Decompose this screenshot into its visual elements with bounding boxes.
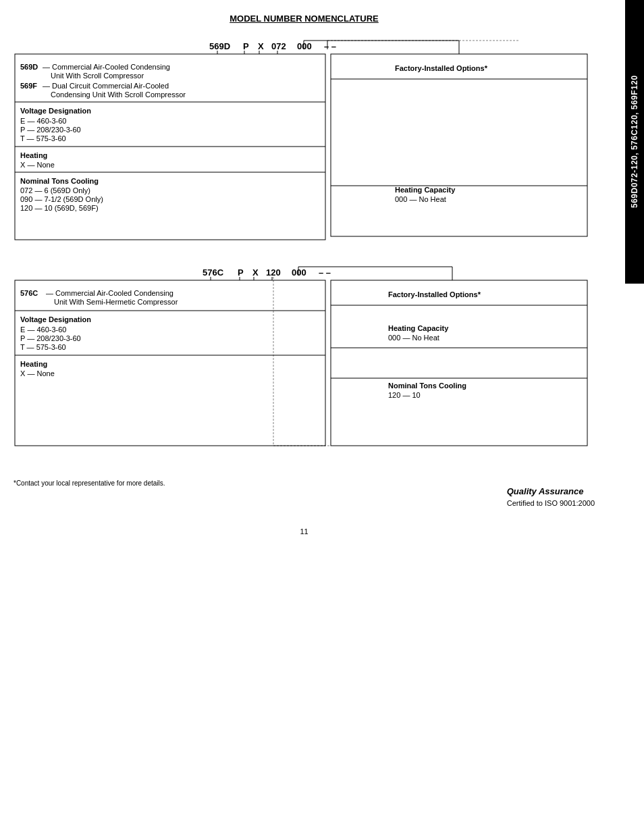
quality-title: Quality Assurance bbox=[507, 486, 595, 496]
desc-576c: — Commercial Air-Cooled Condensing bbox=[46, 289, 173, 297]
code-p2: P bbox=[238, 267, 244, 278]
code-x2: X bbox=[252, 267, 259, 278]
label-voltage-1: Voltage Designation bbox=[20, 107, 91, 115]
label-factory-2: Factory-Installed Options* bbox=[388, 290, 481, 298]
volt-p1: P — 208/230-3-60 bbox=[20, 126, 81, 134]
code-120: 120 bbox=[266, 267, 281, 278]
volt-e1: E — 460-3-60 bbox=[20, 117, 66, 125]
page-title: MODEL NUMBER NOMENCLATURE bbox=[14, 14, 595, 24]
desc-569d: — Commercial Air-Cooled Condensing bbox=[43, 63, 170, 71]
code-x1: X bbox=[258, 41, 264, 51]
heat-x2: X — None bbox=[20, 369, 55, 377]
volt-t1: T — 575-3-60 bbox=[20, 134, 66, 142]
label-576c: 576C bbox=[20, 289, 38, 297]
side-tab: 569D072-120, 576C120, 569F120 bbox=[625, 0, 644, 284]
label-heating-1: Heating bbox=[20, 151, 47, 159]
desc-576c-2: Unit With Semi-Hermetic Compressor bbox=[54, 298, 178, 306]
volt-p2: P — 208/230-3-60 bbox=[20, 334, 81, 342]
label-factory-1: Factory-Installed Options* bbox=[395, 64, 488, 72]
label-569f: 569F bbox=[20, 82, 37, 90]
code-569d: 569D bbox=[209, 41, 230, 51]
tons-072: 072 — 6 (569D Only) bbox=[20, 186, 90, 194]
diagram-2: 576C P X 120 000 – – 576C — Commercial A… bbox=[14, 263, 594, 466]
page-number: 11 bbox=[14, 527, 595, 536]
desc-569f-2: Condensing Unit With Scroll Compressor bbox=[51, 90, 186, 99]
svg-rect-8 bbox=[331, 54, 587, 236]
code-576c: 576C bbox=[203, 267, 224, 278]
label-heat-cap-2: Heating Capacity bbox=[388, 324, 449, 332]
heat-cap-val-2: 000 — No Heat bbox=[388, 334, 439, 342]
label-voltage-2: Voltage Designation bbox=[20, 315, 91, 323]
code-dash1: – – bbox=[324, 41, 336, 51]
label-tons-2: Nominal Tons Cooling bbox=[388, 382, 466, 390]
tons-090: 090 — 7-1/2 (569D Only) bbox=[20, 195, 103, 203]
label-heat-cap-1: Heating Capacity bbox=[395, 186, 456, 194]
volt-e2: E — 460-3-60 bbox=[20, 325, 66, 334]
quality-text: Certified to ISO 9001:2000 bbox=[507, 499, 595, 507]
tons-120-2: 120 — 10 bbox=[388, 391, 421, 399]
footnote: *Contact your local representative for m… bbox=[14, 479, 165, 487]
volt-t2: T — 575-3-60 bbox=[20, 343, 66, 351]
code-p1: P bbox=[243, 41, 249, 51]
code-dash2: – – bbox=[319, 267, 331, 278]
diagram-1: 569D P X 072 000 – – 569D — Commercial A… bbox=[14, 37, 594, 246]
heat-x1: X — None bbox=[20, 161, 55, 169]
label-heating-2: Heating bbox=[20, 360, 47, 368]
code-000-2: 000 bbox=[292, 267, 306, 278]
tons-120-1: 120 — 10 (569D, 569F) bbox=[20, 204, 99, 212]
code-072: 072 bbox=[271, 41, 286, 51]
label-569d: 569D bbox=[20, 63, 38, 71]
code-000-1: 000 bbox=[297, 41, 312, 51]
label-tons-1: Nominal Tons Cooling bbox=[20, 177, 99, 185]
desc-569f: — Dual Circuit Commercial Air-Cooled bbox=[43, 82, 169, 90]
heat-cap-val-1: 000 — No Heat bbox=[395, 195, 446, 203]
desc-569d-2: Unit With Scroll Compressor bbox=[51, 72, 144, 80]
